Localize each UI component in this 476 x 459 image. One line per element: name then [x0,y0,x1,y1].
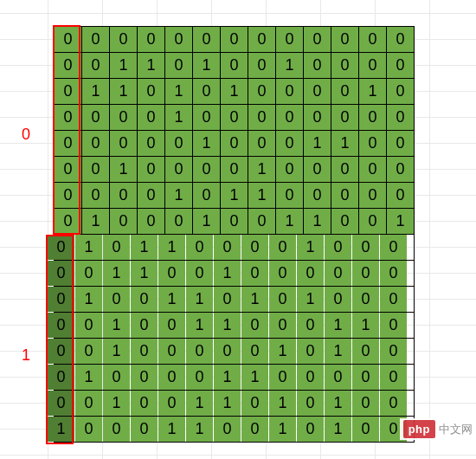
matrix-cell: 1 [304,131,331,157]
matrix-cell: 0 [165,27,193,53]
matrix-cell: 1 [110,53,138,79]
matrix-cell: 0 [387,105,415,131]
matrix-cell: 1 [75,235,103,261]
matrix-cell: 0 [110,209,138,235]
matrix-cell: 0 [331,209,359,235]
matrix-cell: 0 [352,235,380,261]
matrix-cell: 0 [221,53,248,79]
matrix-cell: 0 [380,287,408,313]
matrix-cell: 0 [297,365,325,391]
matrix-cell: 0 [48,313,75,339]
matrix-cell: 0 [165,131,193,157]
matrix-cell: 0 [82,53,110,79]
matrix-cell: 0 [131,417,158,443]
matrix-cell: 1 [214,313,241,339]
matrix-cell: 0 [387,157,415,183]
matrix-cell: 0 [331,183,359,209]
matrix-cell: 0 [158,339,186,365]
matrix-cell: 1 [214,391,241,417]
matrix-cell: 1 [75,365,103,391]
table-row: 0000100000000 [55,105,415,131]
matrix-cell: 0 [380,339,408,365]
matrix-cell: 0 [82,131,110,157]
matrix-cell: 0 [380,235,408,261]
watermark: php 中文网 [400,418,476,440]
matrix-cell: 0 [110,27,138,53]
table-row: 1000110010100 [48,417,408,443]
table-row: 0010000010100 [48,339,408,365]
matrix-cell: 0 [131,391,158,417]
matrix-cell: 0 [48,287,75,313]
matrix-cell: 0 [48,365,75,391]
table-row: 0010000100000 [55,157,415,183]
matrix-cell: 1 [131,235,158,261]
matrix-cell: 1 [276,53,304,79]
table-row: 0110101000010 [55,79,415,105]
matrix-cell: 0 [241,391,269,417]
matrix-cell: 0 [55,53,82,79]
matrix-cell: 1 [193,53,221,79]
matrix-cell: 0 [276,27,304,53]
matrix-cell: 0 [304,27,331,53]
matrix-cell: 0 [269,261,297,287]
matrix-cell: 1 [352,313,380,339]
matrix-cell: 0 [193,27,221,53]
matrix-cell: 1 [221,183,248,209]
matrix-cell: 1 [75,287,103,313]
matrix-cell: 0 [380,391,408,417]
matrix-cell: 0 [359,183,387,209]
matrix-cell: 1 [325,417,352,443]
matrix-cell: 1 [359,79,387,105]
matrix-cell: 0 [387,131,415,157]
matrix-cell: 0 [193,183,221,209]
watermark-suffix: 中文网 [439,422,473,437]
matrix-cell: 0 [131,287,158,313]
matrix-cell: 1 [103,261,131,287]
matrix-cell: 0 [158,261,186,287]
matrix-cell: 0 [248,209,276,235]
matrix-cell: 1 [248,183,276,209]
table-row: 0000101100000 [55,183,415,209]
matrix-cell: 0 [248,53,276,79]
matrix-cell: 0 [359,131,387,157]
group-label-1: 1 [22,346,30,365]
matrix-cell: 1 [110,79,138,105]
matrix-cell: 0 [214,287,241,313]
matrix-cell: 0 [82,183,110,209]
matrix-cell: 0 [304,53,331,79]
matrix-cell: 0 [193,79,221,105]
table-row: 0010011000110 [48,313,408,339]
matrix-cell: 0 [359,105,387,131]
matrix-cell: 0 [331,105,359,131]
matrix-cell: 0 [138,131,165,157]
matrix-cell: 0 [103,365,131,391]
matrix-cell: 0 [110,183,138,209]
matrix-cell: 0 [158,391,186,417]
matrix-cell: 0 [331,53,359,79]
matrix-cell: 0 [241,313,269,339]
matrix-cell: 0 [165,157,193,183]
matrix-cell: 0 [221,157,248,183]
matrix-cell: 0 [214,417,241,443]
matrix-cell: 1 [103,339,131,365]
matrix-cell: 1 [110,157,138,183]
matrix-cell: 1 [221,79,248,105]
matrix-cell: 0 [248,27,276,53]
matrix-cell: 0 [297,391,325,417]
matrix-cell: 1 [193,209,221,235]
matrix-cell: 0 [48,235,75,261]
matrix-cell: 0 [297,417,325,443]
matrix-cell: 0 [186,261,214,287]
matrix-cell: 0 [276,79,304,105]
matrix-cell: 0 [325,235,352,261]
matrix-table: 0000000000000001101001000001101010000100… [54,26,415,443]
matrix-cell: 0 [138,157,165,183]
matrix-cell: 1 [241,365,269,391]
matrix-cell: 0 [248,79,276,105]
table-row: 0100010011001 [55,209,415,235]
matrix-cell: 1 [48,417,75,443]
matrix-cell: 0 [359,53,387,79]
matrix-cell: 0 [75,391,103,417]
matrix-cell: 0 [297,339,325,365]
table-row: 0100001100000 [48,365,408,391]
